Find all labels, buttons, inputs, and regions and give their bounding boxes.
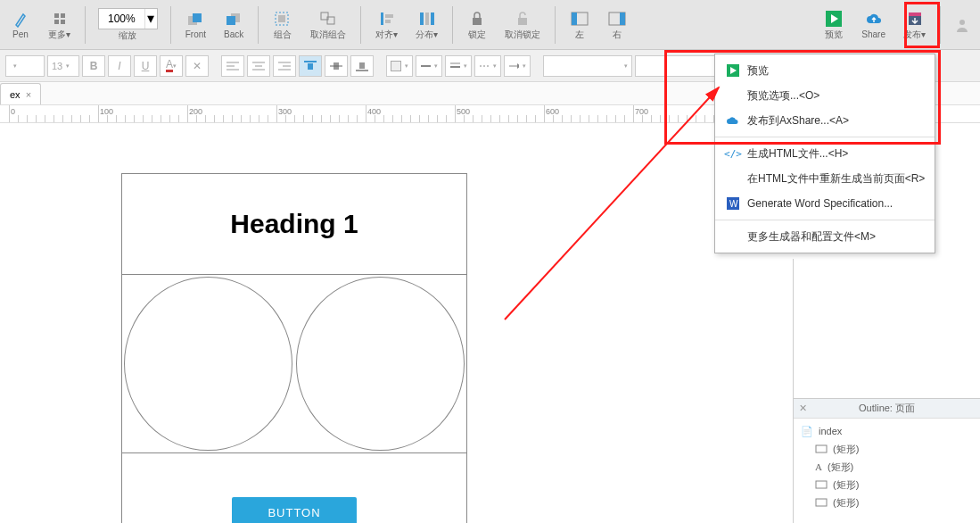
pen-label: Pen <box>12 29 29 39</box>
valign-mid-button[interactable] <box>325 55 348 77</box>
menu-item[interactable]: 在HTML文件中重新生成当前页面<R> <box>715 166 935 191</box>
menu-item-label: Generate Word Specification... <box>747 197 893 210</box>
unlock-button[interactable]: 取消锁定 <box>499 7 546 43</box>
svg-rect-23 <box>620 12 625 25</box>
more-tool[interactable]: 更多▾ <box>43 7 76 43</box>
left-panel-button[interactable]: 左 <box>564 7 595 43</box>
menu-item[interactable]: 更多生成器和配置文件<M> <box>715 224 935 249</box>
extra-select-1[interactable]: ▾ <box>543 55 632 77</box>
line-color-select[interactable]: ▾ <box>416 55 442 77</box>
front-button[interactable]: Front <box>180 8 211 41</box>
right-panel-icon <box>608 9 626 29</box>
menu-item[interactable]: 预览 <box>715 58 935 83</box>
menu-item-label: 发布到AxShare...<A> <box>747 113 849 129</box>
ungroup-button[interactable]: 取消组合 <box>305 7 351 43</box>
align-button[interactable]: 对齐▾ <box>370 7 403 43</box>
zoom-label: 缩放 <box>119 29 136 42</box>
fontsize-select[interactable]: 13▾ <box>47 55 79 77</box>
group-button[interactable]: 组合 <box>268 7 298 43</box>
pen-tool[interactable]: Pen <box>5 8 36 41</box>
outline-item-label: (矩形) <box>833 478 859 492</box>
svg-rect-15 <box>420 12 424 25</box>
outline-item-label: (矩形) <box>828 461 853 474</box>
page-tab[interactable]: ex × <box>0 83 41 104</box>
zoom-value: 100% <box>99 12 144 25</box>
ruler-tick: 0 <box>11 107 15 116</box>
outline-root[interactable]: 📄index <box>799 422 975 440</box>
properties-panel <box>793 259 980 398</box>
circle-shape[interactable] <box>294 275 466 452</box>
preview-label: 预览 <box>825 29 843 41</box>
publish-menu: 预览预览选项...<O>发布到AxShare...<A></>生成HTML文件.… <box>714 54 935 253</box>
clear-button[interactable]: ✕ <box>185 55 209 77</box>
outline-header[interactable]: ✕ Outline: 页面 <box>794 399 980 419</box>
text-icon: A <box>815 461 822 472</box>
italic-button[interactable]: I <box>108 55 131 77</box>
button-container-shape[interactable]: BUTTON <box>121 453 467 523</box>
menu-item-label: 更多生成器和配置文件<M> <box>747 229 876 245</box>
outline-item[interactable]: (矩形) <box>799 476 975 494</box>
back-button[interactable]: Back <box>218 8 249 41</box>
line-width-select[interactable]: ▾ <box>445 55 472 77</box>
outline-tree: 📄index(矩形)A(矩形)(矩形)(矩形) <box>794 419 980 515</box>
right-panel-button[interactable]: 右 <box>602 7 632 43</box>
svg-rect-18 <box>473 18 482 25</box>
distribute-icon <box>418 9 436 29</box>
page-icon: 📄 <box>801 426 813 437</box>
align-center-button[interactable] <box>247 55 270 77</box>
word-icon: W <box>724 197 742 210</box>
left-panel-icon <box>571 9 589 29</box>
circle-shape[interactable] <box>122 275 294 452</box>
align-label: 对齐▾ <box>375 29 398 41</box>
separator <box>85 6 86 44</box>
zoom-select[interactable]: 100% ▾ <box>98 8 158 29</box>
heading-shape[interactable]: Heading 1 <box>121 173 467 275</box>
svg-rect-42 <box>359 62 365 69</box>
pin-icon[interactable]: ✕ <box>799 403 807 414</box>
outline-item[interactable]: A(矩形) <box>799 458 975 476</box>
close-icon[interactable]: × <box>26 89 31 100</box>
textcolor-button[interactable]: A▾ <box>160 55 183 77</box>
underline-button[interactable]: U <box>134 55 157 77</box>
primary-button[interactable]: BUTTON <box>232 497 356 523</box>
arrow-select[interactable]: ▾ <box>504 55 531 77</box>
bold-button[interactable]: B <box>82 55 105 77</box>
extra-select-2[interactable]: ▾ <box>635 55 724 77</box>
play-icon <box>724 64 742 77</box>
svg-rect-51 <box>816 445 827 452</box>
outline-panel: ✕ Outline: 页面 📄index(矩形)A(矩形)(矩形)(矩形) <box>793 398 980 523</box>
lock-icon <box>470 9 484 29</box>
outline-item[interactable]: (矩形) <box>799 494 975 511</box>
style-select[interactable]: ▾ <box>5 55 45 77</box>
outline-item[interactable]: (矩形) <box>799 440 975 458</box>
separator <box>170 6 171 44</box>
svg-rect-9 <box>278 15 285 22</box>
pen-icon <box>13 10 28 29</box>
valign-bot-button[interactable] <box>350 55 374 77</box>
svg-rect-14 <box>385 20 391 23</box>
svg-rect-12 <box>381 12 383 25</box>
menu-item[interactable]: </>生成HTML文件...<H> <box>715 141 935 166</box>
menu-item[interactable]: 发布到AxShare...<A> <box>715 108 935 133</box>
line-style-select[interactable]: ▾ <box>474 55 501 77</box>
ungroup-icon <box>319 9 337 29</box>
menu-item-label: 生成HTML文件...<H> <box>747 146 848 162</box>
menu-item-label: 在HTML文件中重新生成当前页面<R> <box>747 171 925 187</box>
publish-button[interactable]: 发布▾ <box>898 7 931 43</box>
outline-item-label: (矩形) <box>833 443 859 456</box>
separator <box>360 6 361 44</box>
align-left-button[interactable] <box>221 55 244 77</box>
separator <box>555 6 556 44</box>
circles-row[interactable] <box>121 275 467 453</box>
valign-top-button[interactable] <box>299 55 322 77</box>
lock-button[interactable]: 锁定 <box>462 7 492 43</box>
user-icon[interactable] <box>950 13 975 37</box>
menu-item[interactable]: WGenerate Word Specification... <box>715 191 935 216</box>
align-right-button[interactable] <box>273 55 296 77</box>
preview-button[interactable]: 预览 <box>819 7 849 43</box>
more-label: 更多▾ <box>48 29 70 41</box>
fill-select[interactable]: ▾ <box>386 55 413 77</box>
distribute-button[interactable]: 分布▾ <box>410 7 443 43</box>
menu-item[interactable]: 预览选项...<O> <box>715 83 935 108</box>
share-button[interactable]: Share <box>856 8 891 41</box>
